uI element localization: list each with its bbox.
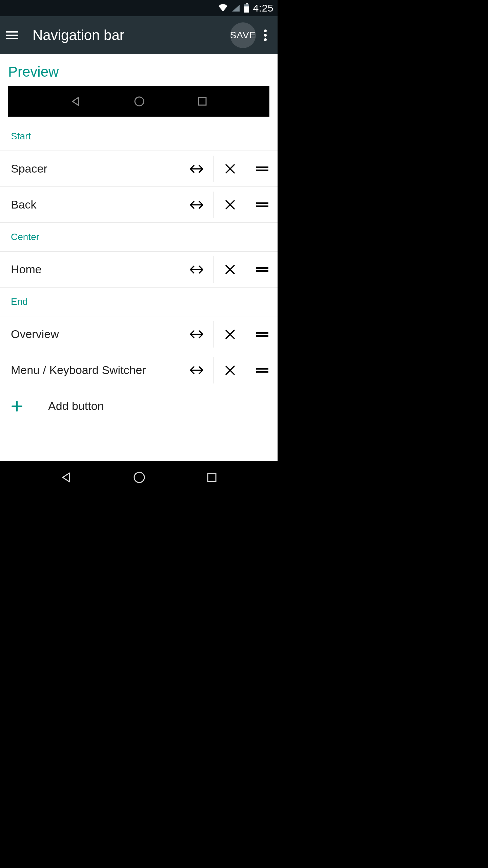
status-bar: 4:25: [0, 0, 278, 16]
section-header-start: Start: [0, 122, 278, 151]
svg-rect-4: [6, 35, 18, 36]
close-x-icon: [225, 329, 236, 340]
svg-rect-10: [199, 98, 206, 105]
close-x-icon: [225, 264, 236, 275]
battery-icon: [244, 3, 250, 13]
width-button[interactable]: [180, 156, 213, 182]
horizontal-arrows-icon: [189, 265, 204, 274]
add-button-label: Add button: [34, 399, 104, 413]
system-nav-bar: [0, 461, 278, 494]
app-bar: Navigation bar SAVE: [0, 16, 278, 54]
drag-handle[interactable]: [247, 321, 278, 348]
drag-handle-icon: [256, 367, 268, 373]
item-label: Menu / Keyboard Switcher: [0, 363, 180, 377]
svg-rect-22: [208, 473, 216, 481]
close-x-icon: [225, 163, 236, 174]
hamburger-icon: [6, 31, 18, 40]
item-label: Spacer: [0, 162, 180, 175]
page-title: Navigation bar: [22, 27, 230, 43]
content: Preview Start Spacer: [0, 54, 278, 461]
add-button-row[interactable]: Add button: [0, 388, 278, 424]
system-back-button[interactable]: [59, 470, 73, 485]
drag-handle[interactable]: [247, 357, 278, 383]
width-button[interactable]: [180, 192, 213, 218]
svg-rect-20: [256, 371, 268, 373]
preview-heading: Preview: [8, 64, 269, 80]
drag-handle-icon: [256, 267, 268, 273]
section-header-end: End: [0, 288, 278, 316]
width-button[interactable]: [180, 357, 213, 383]
section-header-center: Center: [0, 223, 278, 252]
overflow-button[interactable]: [256, 26, 275, 45]
square-recents-icon: [197, 96, 208, 107]
svg-rect-19: [256, 368, 268, 370]
plus-icon: [0, 400, 34, 412]
drag-handle[interactable]: [247, 256, 278, 283]
save-button[interactable]: SAVE: [230, 22, 256, 48]
device-frame: 4:25 Navigation bar SAVE Preview: [0, 0, 278, 494]
width-button[interactable]: [180, 321, 213, 348]
triangle-back-icon: [69, 95, 82, 107]
horizontal-arrows-icon: [189, 330, 204, 338]
delete-button[interactable]: [214, 192, 247, 218]
svg-rect-0: [246, 3, 248, 4]
svg-rect-18: [256, 335, 268, 337]
horizontal-arrows-icon: [189, 165, 204, 173]
width-button[interactable]: [180, 256, 213, 283]
svg-point-7: [264, 34, 267, 37]
overflow-icon: [264, 29, 267, 41]
svg-rect-15: [256, 267, 268, 269]
drawer-button[interactable]: [3, 26, 22, 45]
item-row-back: Back: [0, 187, 278, 223]
drag-handle-icon: [256, 166, 268, 172]
drag-handle-icon: [256, 202, 268, 208]
close-x-icon: [225, 365, 236, 376]
svg-rect-16: [256, 270, 268, 272]
svg-point-8: [264, 38, 267, 41]
item-row-spacer: Spacer: [0, 151, 278, 187]
system-recents-button[interactable]: [205, 471, 219, 484]
preview-section: Preview: [0, 54, 278, 117]
item-label: Back: [0, 198, 180, 211]
drag-handle[interactable]: [247, 156, 278, 182]
item-row-menu-keyboard: Menu / Keyboard Switcher: [0, 352, 278, 388]
navbar-preview: [8, 86, 269, 117]
delete-button[interactable]: [214, 357, 247, 383]
system-home-button[interactable]: [132, 470, 146, 485]
circle-home-icon: [133, 95, 145, 107]
svg-rect-2: [244, 6, 249, 13]
delete-button[interactable]: [214, 256, 247, 283]
cell-signal-icon: [231, 4, 240, 12]
drag-handle[interactable]: [247, 192, 278, 218]
close-x-icon: [225, 199, 236, 210]
item-label: Home: [0, 263, 180, 276]
item-label: Overview: [0, 328, 180, 341]
horizontal-arrows-icon: [189, 366, 204, 374]
item-row-overview: Overview: [0, 316, 278, 352]
wifi-icon: [218, 4, 228, 12]
svg-point-21: [134, 472, 144, 482]
svg-rect-17: [256, 332, 268, 334]
svg-rect-5: [6, 38, 18, 39]
svg-rect-11: [256, 166, 268, 168]
svg-rect-3: [6, 31, 18, 33]
svg-rect-14: [256, 205, 268, 207]
horizontal-arrows-icon: [189, 201, 204, 209]
divider: [0, 117, 278, 122]
svg-rect-12: [256, 170, 268, 171]
status-time: 4:25: [253, 2, 273, 14]
item-row-home: Home: [0, 252, 278, 288]
svg-point-6: [264, 29, 267, 32]
svg-rect-13: [256, 202, 268, 204]
delete-button[interactable]: [214, 156, 247, 182]
drag-handle-icon: [256, 331, 268, 337]
delete-button[interactable]: [214, 321, 247, 348]
svg-point-9: [135, 97, 144, 106]
